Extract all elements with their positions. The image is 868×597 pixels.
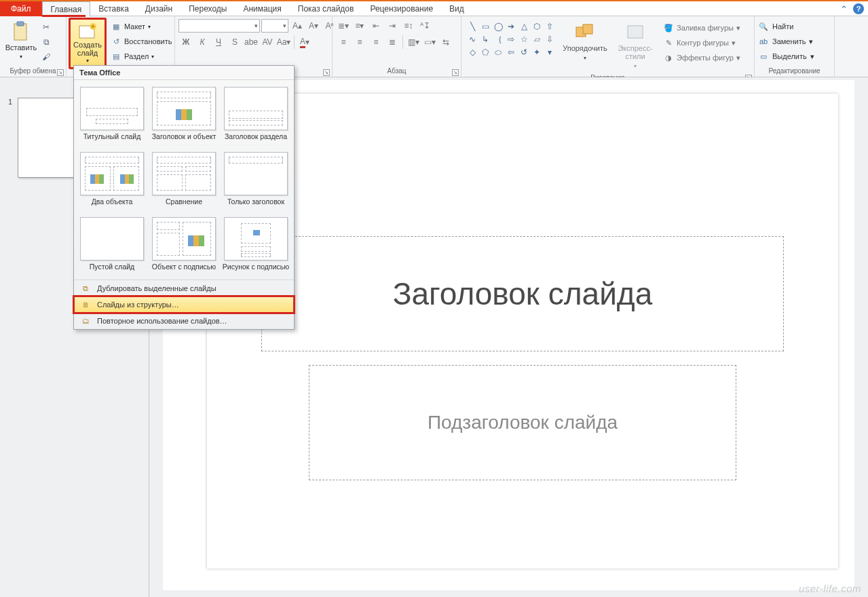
shape-rect-icon[interactable]: ▭ bbox=[479, 20, 491, 33]
help-icon[interactable]: ? bbox=[853, 3, 864, 14]
section-button[interactable]: ▤Раздел ▾ bbox=[111, 50, 172, 62]
reuse-slides-item[interactable]: 🗂Повторное использование слайдов… bbox=[74, 313, 294, 329]
font-name-combo[interactable] bbox=[178, 19, 260, 33]
new-slide-highlight: Создать слайд▾ bbox=[69, 18, 107, 69]
shape-outline-button[interactable]: ✎Контур фигуры ▾ bbox=[663, 37, 740, 49]
copy-icon[interactable]: ⧉ bbox=[40, 37, 52, 47]
shape-arrow2-icon[interactable]: ⇨ bbox=[505, 33, 517, 45]
layout-title-content[interactable]: Заголовок и объект bbox=[150, 84, 218, 148]
title-placeholder[interactable]: Заголовок слайда bbox=[261, 236, 784, 351]
layout-picture-caption[interactable]: Рисунок с подписью bbox=[222, 214, 290, 278]
font-size-combo[interactable] bbox=[261, 19, 288, 33]
subtitle-placeholder[interactable]: Подзаголовок слайда bbox=[309, 365, 736, 480]
shape-arrow-icon[interactable]: ➔ bbox=[505, 20, 517, 33]
shape-e-icon[interactable]: ↺ bbox=[518, 46, 530, 58]
char-spacing-icon[interactable]: AV bbox=[260, 35, 275, 49]
layout-button[interactable]: ▦Макет ▾ bbox=[111, 20, 172, 33]
shape-conn-icon[interactable]: ↳ bbox=[479, 33, 491, 45]
tab-transitions[interactable]: Переходы bbox=[181, 1, 235, 16]
tab-slideshow[interactable]: Показ слайдов bbox=[290, 1, 362, 16]
tab-view[interactable]: Вид bbox=[441, 1, 472, 16]
shape-b-icon[interactable]: ⬠ bbox=[479, 46, 491, 58]
paste-label: Вставить bbox=[5, 43, 37, 52]
align-right-icon[interactable]: ≡ bbox=[369, 35, 383, 49]
indent-inc-icon[interactable]: ⇥ bbox=[385, 19, 400, 33]
select-button[interactable]: ▭Выделить ▾ bbox=[758, 50, 814, 62]
svg-rect-1 bbox=[17, 22, 24, 26]
svg-rect-6 bbox=[628, 26, 643, 38]
layout-title-slide[interactable]: Титульный слайд bbox=[78, 84, 146, 148]
columns-icon[interactable]: ▥▾ bbox=[406, 35, 421, 49]
layout-title-only[interactable]: Только заголовок bbox=[222, 149, 290, 213]
shape-curve-icon[interactable]: ∿ bbox=[466, 33, 478, 45]
layout-comparison[interactable]: Сравнение bbox=[150, 149, 218, 213]
shrink-font-icon[interactable]: A▾ bbox=[306, 19, 321, 33]
shapes-gallery[interactable]: ╲ ▭ ◯ ➔ △ ⬡ ⇧ ∿ ↳ ｛ ⇨ ☆ ▱ ⇩ ◇ ⬠ ⬭ ⇦ ↺ ✦ bbox=[465, 19, 560, 61]
slides-from-outline-item[interactable]: 🗎Слайды из структуры… bbox=[74, 296, 294, 313]
arrange-button[interactable]: Упорядочить▾ bbox=[560, 19, 610, 65]
layout-blank[interactable]: Пустой слайд bbox=[78, 214, 146, 278]
bullets-icon[interactable]: ≣▾ bbox=[336, 19, 351, 33]
shape-fill-button[interactable]: 🪣Заливка фигуры ▾ bbox=[663, 22, 740, 34]
tab-insert[interactable]: Вставка bbox=[90, 1, 137, 16]
tab-review[interactable]: Рецензирование bbox=[362, 1, 441, 16]
shape-d-icon[interactable]: ⇦ bbox=[505, 46, 517, 58]
shape-oval-icon[interactable]: ◯ bbox=[492, 20, 504, 33]
shape-more2-icon[interactable]: ⇩ bbox=[544, 33, 556, 45]
shape-call-icon[interactable]: ▱ bbox=[531, 33, 543, 45]
justify-icon[interactable]: ≣ bbox=[385, 35, 400, 49]
slide-canvas[interactable]: Заголовок слайда Подзаголовок слайда bbox=[207, 94, 838, 569]
shape-tri-icon[interactable]: △ bbox=[518, 20, 530, 33]
gallery-expand-icon[interactable]: ▾ bbox=[544, 46, 556, 58]
numbering-icon[interactable]: ≡▾ bbox=[352, 19, 367, 33]
quick-styles-button[interactable]: Экспресс-стили▾ bbox=[610, 19, 660, 73]
shadow-icon[interactable]: abe bbox=[244, 35, 259, 49]
find-button[interactable]: 🔍Найти bbox=[758, 20, 793, 33]
duplicate-slides-item[interactable]: ⧉Дублировать выделенные слайды bbox=[74, 280, 294, 296]
strike-icon[interactable]: S bbox=[227, 35, 242, 49]
tab-animation[interactable]: Анимация bbox=[235, 1, 289, 16]
file-tab[interactable]: Файл bbox=[0, 1, 42, 16]
tab-design[interactable]: Дизайн bbox=[137, 1, 181, 16]
minimize-ribbon-icon[interactable]: ⌃ bbox=[838, 3, 849, 14]
new-slide-button[interactable]: Создать слайд▾ bbox=[71, 20, 104, 66]
bold-icon[interactable]: Ж bbox=[178, 35, 193, 49]
shape-brace-icon[interactable]: ｛ bbox=[492, 33, 504, 45]
text-direction-icon[interactable]: ᴬ↧ bbox=[417, 19, 432, 33]
reset-button[interactable]: ↺Восстановить bbox=[111, 35, 172, 47]
align-center-icon[interactable]: ≡ bbox=[352, 35, 367, 49]
paste-button[interactable]: Вставить ▾ bbox=[3, 19, 39, 62]
paragraph-launcher-icon[interactable]: ↘ bbox=[452, 69, 459, 76]
shape-star-icon[interactable]: ☆ bbox=[518, 33, 530, 45]
smartart-icon[interactable]: ⇆ bbox=[438, 35, 453, 49]
cut-icon[interactable]: ✂ bbox=[40, 22, 52, 33]
shape-more1-icon[interactable]: ⇧ bbox=[544, 20, 556, 33]
layout-section-header[interactable]: Заголовок раздела bbox=[222, 84, 290, 148]
clipboard-icon bbox=[10, 20, 32, 42]
shape-c-icon[interactable]: ⬭ bbox=[492, 46, 504, 58]
underline-icon[interactable]: Ч bbox=[211, 35, 226, 49]
clipboard-launcher-icon[interactable]: ↘ bbox=[57, 69, 64, 76]
group-editing: 🔍Найти abЗаменить ▾ ▭Выделить ▾ Редактир… bbox=[755, 16, 835, 77]
layout-content-caption[interactable]: Объект с подписью bbox=[150, 214, 218, 278]
shape-line-icon[interactable]: ╲ bbox=[466, 20, 478, 33]
change-case-icon[interactable]: Aa▾ bbox=[276, 35, 291, 49]
find-icon: 🔍 bbox=[758, 21, 769, 32]
replace-button[interactable]: abЗаменить ▾ bbox=[758, 35, 813, 47]
align-left-icon[interactable]: ≡ bbox=[336, 35, 351, 49]
line-spacing-icon[interactable]: ≡↕ bbox=[401, 19, 416, 33]
grow-font-icon[interactable]: A▴ bbox=[290, 19, 305, 33]
layout-two-content[interactable]: Два объекта bbox=[78, 149, 146, 213]
font-color-icon[interactable]: A▾ bbox=[297, 35, 312, 49]
align-text-icon[interactable]: ▭▾ bbox=[422, 35, 437, 49]
shape-hex-icon[interactable]: ⬡ bbox=[531, 20, 543, 33]
indent-dec-icon[interactable]: ⇤ bbox=[369, 19, 383, 33]
new-slide-label: Создать слайд bbox=[73, 41, 102, 57]
shape-f-icon[interactable]: ✦ bbox=[531, 46, 543, 58]
format-painter-icon[interactable]: 🖌 bbox=[40, 52, 52, 62]
italic-icon[interactable]: К bbox=[195, 35, 210, 49]
shape-a-icon[interactable]: ◇ bbox=[466, 46, 478, 58]
shape-effects-button[interactable]: ◑Эффекты фигур ▾ bbox=[663, 52, 740, 64]
outline-icon: ✎ bbox=[663, 37, 674, 48]
font-launcher-icon[interactable]: ↘ bbox=[323, 69, 330, 76]
